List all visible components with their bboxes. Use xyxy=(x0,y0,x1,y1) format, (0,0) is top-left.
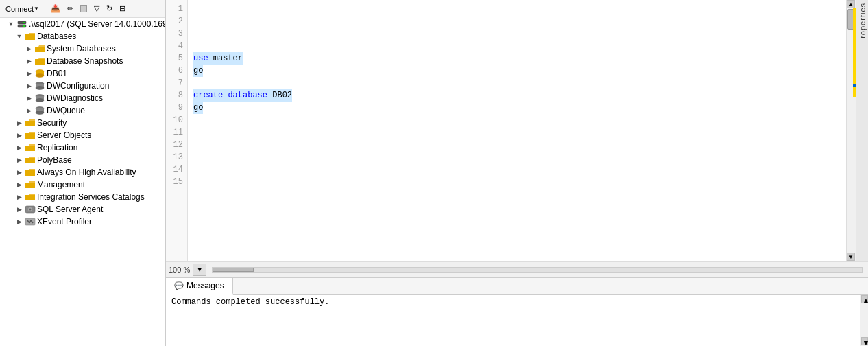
sidebar-item-db01[interactable]: ▶ DB01 xyxy=(0,67,165,80)
expander-always-on[interactable]: ▶ xyxy=(14,167,25,178)
sidebar-item-server-objects[interactable]: ▶ Server Objects xyxy=(0,129,165,141)
polybase-label: PolyBase xyxy=(37,155,75,165)
folder-replication-icon xyxy=(25,142,36,153)
always-on-label: Always On High Availability xyxy=(37,168,139,177)
new-query-button[interactable]: ✏ xyxy=(64,2,76,15)
line-num-13: 13 xyxy=(166,151,183,163)
folder-polybase-icon xyxy=(25,154,36,165)
folder-management-icon xyxy=(25,179,36,190)
expander-xevent[interactable]: ▶ xyxy=(14,216,25,227)
tab-messages[interactable]: 💬 Messages xyxy=(166,278,233,295)
code-line-8: create database DB02 xyxy=(193,89,841,102)
expander-management[interactable]: ▶ xyxy=(14,179,25,190)
code-line-1 xyxy=(193,3,841,15)
sidebar-item-xevent[interactable]: ▶ XEvent Profiler xyxy=(0,216,165,228)
expander-db01[interactable]: ▶ xyxy=(23,68,34,79)
expander-integration-services[interactable]: ▶ xyxy=(14,192,25,203)
integration-services-label: Integration Services Catalogs xyxy=(37,192,147,202)
sidebar-item-dwdiagnostics[interactable]: ▶ DWDiagnostics xyxy=(0,92,165,104)
expander-system-db[interactable]: ▶ xyxy=(23,43,34,54)
server-label: .\\sql2017 (SQL Server 14.0.1000.169 - xyxy=(29,19,165,29)
chevron-down-icon: ▼ xyxy=(34,5,39,12)
xevent-icon xyxy=(25,216,36,227)
sidebar-item-sql-agent[interactable]: ▶ SQL Server Agent xyxy=(0,203,165,216)
expander-replication[interactable]: ▶ xyxy=(14,142,25,153)
messages-icon: 💬 xyxy=(174,281,184,290)
connect-button[interactable]: Connect ▼ xyxy=(3,3,42,15)
sql-agent-label: SQL Server Agent xyxy=(37,205,106,214)
separator-1 xyxy=(45,3,45,15)
code-line-6: go xyxy=(193,65,841,77)
disconnect-button[interactable]: 📥 xyxy=(48,2,63,15)
stop-icon xyxy=(80,5,87,12)
expander-sql-agent[interactable]: ▶ xyxy=(14,204,25,215)
server-icon xyxy=(16,19,27,30)
expander-server-objects[interactable]: ▶ xyxy=(14,130,25,141)
results-text: Commands completed successfully. xyxy=(171,297,863,307)
filter-icon: ▽ xyxy=(94,4,99,13)
master-text: master xyxy=(208,54,243,63)
line-numbers: 1 2 3 4 5 6 7 8 9 10 11 12 13 14 15 xyxy=(166,0,188,261)
new-query-icon: ✏ xyxy=(67,4,73,13)
folder-server-objects-icon xyxy=(25,130,36,141)
server-objects-label: Server Objects xyxy=(37,130,94,140)
code-line-3 xyxy=(193,27,841,40)
svg-point-6 xyxy=(36,74,44,78)
results-tabs: 💬 Messages xyxy=(166,278,868,295)
keyword-create: create database xyxy=(193,91,267,100)
filter-button[interactable]: ▽ xyxy=(91,2,102,15)
horizontal-scrollbar[interactable] xyxy=(212,267,863,273)
sidebar-item-system-databases[interactable]: ▶ System Databases xyxy=(0,43,165,55)
folder-db-snapshots-icon xyxy=(34,56,45,67)
sidebar-item-management[interactable]: ▶ Management xyxy=(0,178,165,191)
refresh-button[interactable]: ↻ xyxy=(104,2,115,15)
stop-button[interactable] xyxy=(77,3,90,14)
zoom-bar: 100 % ▼ xyxy=(166,261,868,277)
expander-databases[interactable]: ▼ xyxy=(14,31,25,42)
db02-text: DB02 xyxy=(267,91,292,100)
editor-vscrollbar[interactable]: ▲ ▼ xyxy=(846,0,856,261)
sidebar-item-always-on[interactable]: ▶ Always On High Availability xyxy=(0,166,165,178)
sidebar-item-db-snapshots[interactable]: ▶ Database Snapshots xyxy=(0,55,165,67)
results-vscrollbar[interactable]: ▲ ▼ xyxy=(860,295,868,346)
code-editor[interactable]: use master go create database DB02 go xyxy=(188,0,846,261)
expander-server[interactable]: ▼ xyxy=(5,19,16,30)
expander-dwdiagnostics[interactable]: ▶ xyxy=(23,93,34,104)
line-num-10: 10 xyxy=(166,114,183,126)
object-explorer: Connect ▼ 📥 ✏ ▽ ↻ ⊟ xyxy=(0,0,166,346)
line-num-7: 7 xyxy=(166,77,183,89)
svg-point-15 xyxy=(36,111,44,115)
expander-polybase[interactable]: ▶ xyxy=(14,154,25,165)
scroll-down-btn[interactable]: ▼ xyxy=(847,253,855,261)
code-line-12 xyxy=(193,139,841,151)
sidebar-toolbar: Connect ▼ 📥 ✏ ▽ ↻ ⊟ xyxy=(0,0,165,18)
sidebar-item-polybase[interactable]: ▶ PolyBase xyxy=(0,154,165,166)
sidebar-item-dwqueue[interactable]: ▶ DWQueue xyxy=(0,104,165,117)
sidebar-item-server[interactable]: ▼ .\\sql2017 (SQL Server 14.0.1000.169 - xyxy=(0,18,165,30)
sidebar-item-replication[interactable]: ▶ Replication xyxy=(0,141,165,154)
scroll-up-btn[interactable]: ▲ xyxy=(847,0,855,8)
expander-security[interactable]: ▶ xyxy=(14,117,25,128)
svg-point-12 xyxy=(36,99,44,102)
sidebar-item-security[interactable]: ▶ Security xyxy=(0,117,165,129)
line8-content: create database DB02 xyxy=(193,89,292,102)
results-scroll-down[interactable]: ▼ xyxy=(861,337,868,345)
expander-dwconfig[interactable]: ▶ xyxy=(23,80,34,91)
sidebar-item-databases[interactable]: ▼ Databases xyxy=(0,30,165,43)
sidebar-item-dwconfig[interactable]: ▶ DWConfiguration xyxy=(0,80,165,92)
folder-databases-icon xyxy=(25,31,36,42)
code-line-4 xyxy=(193,40,841,52)
h-scroll-thumb[interactable] xyxy=(213,268,254,272)
results-scroll-up[interactable]: ▲ xyxy=(861,295,868,303)
code-line-5: use master xyxy=(193,52,841,65)
collapse-all-button[interactable]: ⊟ xyxy=(117,2,128,15)
sidebar-item-integration-services[interactable]: ▶ Integration Services Catalogs xyxy=(0,191,165,203)
content-area: 1 2 3 4 5 6 7 8 9 10 11 12 13 14 15 xyxy=(166,0,868,346)
line-num-15: 15 xyxy=(166,176,183,188)
results-content: Commands completed successfully. ▲ ▼ xyxy=(166,295,868,346)
zoom-dropdown-btn[interactable]: ▼ xyxy=(193,264,206,276)
expander-db-snapshots[interactable]: ▶ xyxy=(23,56,34,67)
expander-dwqueue[interactable]: ▶ xyxy=(23,105,34,116)
refresh-icon: ↻ xyxy=(106,4,112,13)
folder-system-db-icon xyxy=(34,43,45,54)
